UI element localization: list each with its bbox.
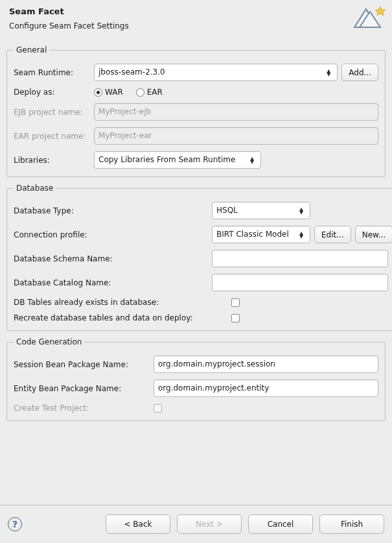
deploy-as-label: Deploy as: <box>14 88 90 97</box>
deploy-as-war-radio[interactable]: WAR <box>94 88 123 97</box>
general-group: General Seam Runtime: jboss-seam-2.3.0 ▲… <box>6 45 386 177</box>
next-button: Next > <box>177 514 242 534</box>
session-pkg-field[interactable]: org.domain.myproject.session <box>154 356 378 373</box>
recreate-checkbox[interactable] <box>231 314 240 322</box>
code-gen-group: Code Generation Session Bean Package Nam… <box>6 337 386 421</box>
database-legend: Database <box>14 184 56 193</box>
libraries-label: Libraries: <box>14 156 90 165</box>
radio-icon <box>136 88 144 97</box>
catalog-field[interactable] <box>212 274 388 291</box>
db-type-label: Database Type: <box>14 206 208 215</box>
add-runtime-button[interactable]: Add... <box>341 64 378 81</box>
seam-runtime-value: jboss-seam-2.3.0 <box>98 64 165 80</box>
spinner-icon: ▲▼ <box>324 69 333 76</box>
entity-pkg-field[interactable]: org.domain.myproject.entity <box>154 380 378 397</box>
catalog-label: Database Catalog Name: <box>14 278 208 287</box>
deploy-as-ear-radio[interactable]: EAR <box>136 88 163 97</box>
seam-runtime-select[interactable]: jboss-seam-2.3.0 ▲▼ <box>94 64 338 81</box>
ejb-project-label: EJB project name: <box>14 108 90 117</box>
conn-profile-value: BIRT Classic Models <box>216 226 289 243</box>
ear-label: EAR <box>147 88 163 97</box>
conn-profile-label: Connection profile: <box>14 230 208 239</box>
general-legend: General <box>14 45 49 54</box>
cancel-button[interactable]: Cancel <box>248 514 313 534</box>
war-label: WAR <box>105 88 123 97</box>
spinner-icon: ▲▼ <box>248 157 257 163</box>
spinner-icon: ▲▼ <box>297 232 306 238</box>
spinner-icon: ▲▼ <box>297 208 306 214</box>
db-type-select[interactable]: HSQL ▲▼ <box>212 202 310 219</box>
create-test-checkbox <box>154 404 162 413</box>
new-connection-button[interactable]: New... <box>355 226 392 243</box>
wizard-footer: ? < Back Next > Cancel Finish <box>0 505 392 543</box>
recreate-label: Recreate database tables and data on dep… <box>14 313 227 322</box>
session-pkg-label: Session Bean Package Name: <box>14 360 150 369</box>
tables-exist-label: DB Tables already exists in database: <box>14 298 227 307</box>
edit-connection-button[interactable]: Edit... <box>314 226 351 243</box>
libraries-value: Copy Libraries From Seam Runtime <box>98 152 235 168</box>
schema-label: Database Schema Name: <box>14 254 208 263</box>
finish-button[interactable]: Finish <box>319 514 384 534</box>
entity-pkg-label: Entity Bean Package Name: <box>14 384 150 393</box>
ejb-project-field: MyProject-ejb <box>94 103 378 121</box>
help-icon[interactable]: ? <box>8 517 22 531</box>
db-type-value: HSQL <box>216 202 238 219</box>
conn-profile-select[interactable]: BIRT Classic Models ▲▼ <box>212 226 310 243</box>
back-button[interactable]: < Back <box>106 514 170 534</box>
schema-field[interactable] <box>212 250 388 267</box>
database-group: Database Database Type: HSQL ▲▼ Connecti… <box>6 184 392 331</box>
svg-marker-0 <box>375 6 386 16</box>
seam-runtime-label: Seam Runtime: <box>14 68 90 77</box>
ear-project-field: MyProject-ear <box>94 127 378 145</box>
page-title: Seam Facet <box>9 6 383 16</box>
code-gen-legend: Code Generation <box>14 337 84 346</box>
dialog-header: Seam Facet Configure Seam Facet Settings <box>0 0 392 36</box>
seam-banner-icon <box>351 4 386 34</box>
create-test-label: Create Test Project: <box>14 404 150 413</box>
radio-icon <box>94 88 102 97</box>
page-subtitle: Configure Seam Facet Settings <box>9 21 383 30</box>
ear-project-label: EAR project name: <box>14 132 90 141</box>
tables-exist-checkbox[interactable] <box>231 298 240 307</box>
libraries-select[interactable]: Copy Libraries From Seam Runtime ▲▼ <box>94 151 261 169</box>
